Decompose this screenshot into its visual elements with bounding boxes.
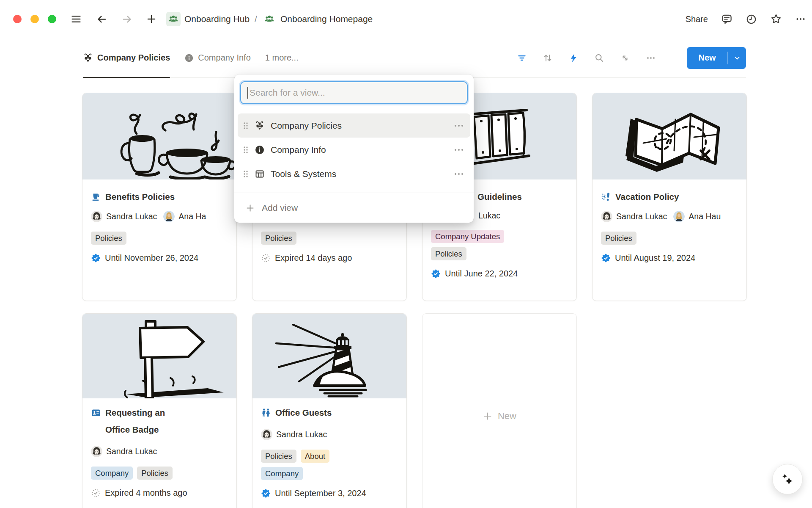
avatar (91, 211, 102, 222)
avatar (673, 211, 685, 222)
new-page-button[interactable] (145, 13, 158, 25)
card-status: Until June 22, 2024 (431, 269, 568, 279)
comments-button[interactable] (721, 14, 732, 25)
new-card-placeholder[interactable]: New (422, 313, 577, 508)
tag-company: Company (91, 467, 133, 480)
text-cursor (247, 87, 248, 99)
window-controls (13, 15, 56, 23)
card-title-visible: Guidelines (477, 190, 522, 203)
card-benefits-policies[interactable]: Benefits Policies Sandra Lukac Ana Ha Po… (82, 93, 237, 301)
tab-company-info[interactable]: Company Info (184, 38, 251, 77)
back-button[interactable] (95, 13, 108, 25)
filter-button[interactable] (517, 53, 527, 63)
view-item-tools-systems[interactable]: Tools & Systems (238, 162, 470, 186)
person-name: Ana Ha (178, 212, 206, 221)
verified-badge-icon (431, 269, 441, 279)
tag-about: About (301, 450, 329, 463)
card-people: Sandra Lukac Ana Hau (601, 211, 738, 222)
view-search-field[interactable] (240, 81, 468, 104)
card-status: Until September 3, 2024 (261, 489, 398, 498)
card-people: Lukac (478, 211, 568, 221)
map-doodle (593, 93, 747, 179)
status-text: Until November 26, 2024 (105, 253, 198, 263)
automations-button[interactable] (568, 53, 579, 63)
coffee-cup-icon (91, 192, 101, 202)
coffee-mugs-doodle (82, 93, 237, 179)
zoom-window-button[interactable] (48, 15, 56, 23)
card-office-guests[interactable]: Office Guests Sandra Lukac Policies Abou… (252, 313, 407, 508)
clock-icon (746, 14, 757, 25)
share-button[interactable]: Share (686, 14, 708, 24)
expired-check-icon (91, 488, 101, 498)
alert-exclamation-icon (601, 192, 611, 202)
page-history-button[interactable] (746, 14, 757, 25)
view-item-label: Company Policies (271, 121, 342, 131)
view-search-dropdown: Company Policies Company Info Tools & Sy… (234, 75, 474, 223)
tag-policies: Policies (601, 232, 636, 245)
table-icon (255, 169, 265, 179)
favorite-button[interactable] (770, 13, 782, 25)
card-people: Sandra Lukac Ana Ha (91, 211, 228, 222)
breadcrumb-hub-label[interactable]: Onboarding Hub (184, 14, 250, 24)
breadcrumb-separator: / (255, 14, 257, 24)
view-item-options-button[interactable] (453, 171, 465, 177)
tab-company-policies[interactable]: Company Policies (83, 38, 170, 77)
menu-divider (234, 193, 474, 193)
new-button-dropdown[interactable] (727, 52, 746, 64)
status-text: Until September 3, 2024 (275, 489, 366, 498)
info-icon (184, 53, 194, 63)
search-button[interactable] (594, 53, 604, 63)
notion-ai-button[interactable] (772, 464, 803, 494)
view-options-button[interactable] (646, 53, 656, 63)
sidebar-toggle-button[interactable] (70, 13, 82, 25)
lightning-icon (568, 53, 579, 63)
close-window-button[interactable] (13, 15, 22, 23)
avatar (163, 211, 175, 222)
person-name: Sandra Lukac (106, 447, 157, 456)
tab-company-policies-label: Company Policies (97, 53, 170, 63)
tag-company-updates: Company Updates (431, 230, 504, 243)
card-content: Requesting an Office Badge Sandra Lukac … (82, 398, 236, 498)
avatar (261, 429, 272, 440)
new-card-label: New (498, 411, 516, 422)
view-item-options-button[interactable] (453, 146, 465, 153)
forward-button[interactable] (121, 13, 133, 25)
tab-company-info-label: Company Info (198, 53, 251, 63)
new-record-button[interactable]: New (687, 47, 746, 69)
more-views-button[interactable]: 1 more... (265, 53, 299, 63)
avatar (601, 211, 612, 222)
tag-policies: Policies (261, 232, 296, 245)
view-item-company-policies[interactable]: Company Policies (238, 113, 470, 138)
tag-policies: Policies (431, 247, 466, 260)
minimize-window-button[interactable] (30, 15, 39, 23)
onboarding-hub-page-icon[interactable] (166, 12, 181, 26)
card-vacation-policy[interactable]: Vacation Policy Sandra Lukac Ana Hau Pol… (592, 93, 747, 301)
info-icon (255, 145, 265, 155)
card-status: Until August 19, 2024 (601, 253, 738, 263)
drag-handle-icon (243, 121, 249, 130)
expand-view-button[interactable] (620, 53, 630, 63)
view-item-options-button[interactable] (453, 122, 465, 129)
sort-button[interactable] (543, 53, 553, 63)
expand-diagonal-icon (620, 53, 630, 63)
status-text: Until August 19, 2024 (615, 253, 695, 263)
add-view-button[interactable]: Add view (234, 197, 474, 218)
card-office-badge[interactable]: Requesting an Office Badge Sandra Lukac … (82, 313, 237, 508)
drag-handle-icon (243, 169, 249, 179)
card-tags: Policies (261, 232, 398, 245)
bee-icon (83, 53, 93, 63)
card-cover-mugs (82, 93, 236, 179)
two-people-icon (261, 408, 271, 418)
onboarding-homepage-page-icon[interactable] (262, 12, 277, 26)
breadcrumb-page-label[interactable]: Onboarding Homepage (280, 14, 373, 24)
person-name: Sandra Lukac (106, 212, 157, 221)
sort-arrows-icon (543, 53, 553, 63)
hamburger-icon (70, 13, 82, 25)
card-title-row: Office Guests (261, 404, 398, 421)
person-name: Sandra Lukac (616, 212, 667, 221)
view-search-input[interactable] (250, 88, 461, 98)
comment-icon (721, 14, 732, 25)
card-cover-lighthouse (252, 314, 406, 398)
more-options-button[interactable] (795, 14, 806, 25)
view-item-company-info[interactable]: Company Info (238, 138, 470, 162)
